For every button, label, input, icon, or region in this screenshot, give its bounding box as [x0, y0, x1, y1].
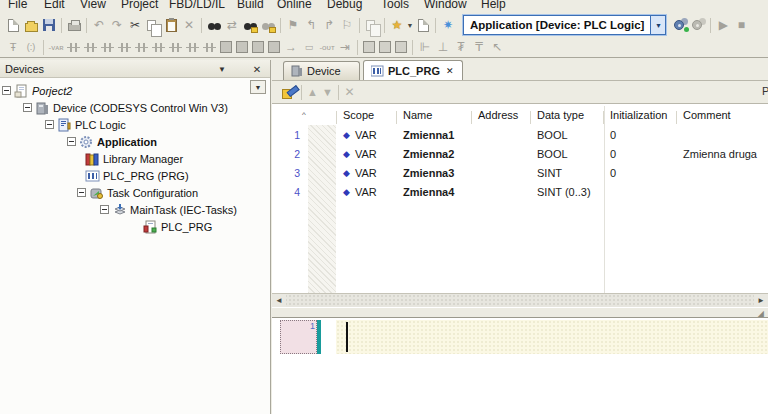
fbd-output-icon[interactable] [379, 41, 391, 53]
bookmark-next-icon[interactable]: ↱ [321, 17, 337, 33]
fbd-branch-tool-icon[interactable]: ↖ [489, 39, 505, 55]
active-application-combo[interactable]: Application [Device: PLC Logic] ▼ [463, 15, 666, 35]
ld-rising-edge-icon[interactable] [203, 41, 216, 54]
ld-coil-icon[interactable]: -ᴠᴀʀ [48, 39, 64, 55]
cell-datatype[interactable]: SINT (0..3) [530, 186, 603, 198]
column-header-scope[interactable]: Scope [336, 109, 396, 121]
cell-name[interactable]: Zmienna3 [396, 167, 471, 179]
find-in-files-icon[interactable] [242, 17, 258, 33]
declaration-row[interactable]: 3 ◆VAR Zmienna3 SINT 0 [272, 163, 768, 182]
print-icon[interactable] [66, 17, 82, 33]
column-header-initialization[interactable]: Initialization [603, 109, 676, 121]
collapse-icon[interactable] [23, 103, 32, 112]
cell-name[interactable]: Zmienna2 [396, 148, 471, 160]
menu-debug[interactable]: Debug [327, 0, 362, 11]
column-header-datatype[interactable]: Data type [530, 109, 603, 121]
tree-item-library-manager[interactable]: Library Manager [0, 150, 183, 167]
cell-name[interactable]: Zmienna1 [396, 129, 471, 141]
tab-plc-prg[interactable]: PLC_PRG ✕ [363, 60, 463, 80]
tree-dropdown-icon[interactable]: ▼ [250, 80, 266, 94]
collapse-icon[interactable] [100, 205, 109, 214]
ld-network-icon[interactable]: Ŧ [5, 39, 21, 55]
copy-icon[interactable] [145, 17, 161, 33]
bookmark-toggle-icon[interactable]: ⚑ [285, 17, 301, 33]
menu-fbdldil[interactable]: FBD/LD/IL [169, 0, 225, 11]
network-margin[interactable]: 1 [280, 320, 317, 354]
fbd-empty-box-en-icon[interactable] [268, 41, 280, 53]
tab-close-icon[interactable]: ✕ [446, 66, 454, 76]
save-icon[interactable] [41, 17, 57, 33]
menu-edit[interactable]: Edit [44, 0, 65, 11]
fbd-empty-box-icon[interactable] [252, 41, 264, 53]
ld-branch-down-icon[interactable] [186, 41, 199, 54]
tab-device[interactable]: Device [283, 61, 360, 80]
tree-item-application[interactable]: Application [0, 133, 157, 150]
tree-item-project[interactable]: Porject2 [0, 82, 72, 99]
fbd-return-icon[interactable]: -ᴏᴜᴛ [319, 39, 335, 55]
row-number[interactable]: 3 [272, 167, 306, 179]
tree-item-maintask-plc-prg[interactable]: PLC_PRG [0, 218, 212, 235]
new-device-caret-icon[interactable]: ▼ [406, 17, 414, 33]
logout-icon[interactable] [690, 17, 706, 33]
horizontal-scrollbar[interactable]: ◄ ► [272, 293, 768, 307]
cell-datatype[interactable]: BOOL [530, 129, 603, 141]
fbd-box-icon[interactable] [220, 41, 232, 53]
replace-icon[interactable]: ⇄ [224, 17, 240, 33]
fbd-box-en-icon[interactable] [236, 41, 248, 53]
ld-coil-set-icon[interactable] [135, 41, 148, 54]
fbd-set-reset-icon[interactable]: ₮ [453, 39, 469, 55]
ld-contact-negated-icon[interactable] [84, 41, 97, 54]
combo-dropdown-icon[interactable]: ▼ [650, 16, 665, 34]
column-header-address[interactable]: Address [471, 109, 530, 121]
redo-icon[interactable]: ↷ [109, 17, 125, 33]
fbd-update-icon[interactable]: ₸ [471, 39, 487, 55]
scroll-right-icon[interactable]: ► [754, 294, 768, 307]
declaration-row[interactable]: 1 ◆VAR Zmienna1 BOOL 0 [272, 125, 768, 144]
cut-icon[interactable]: ✂ [127, 17, 143, 33]
tree-item-task-configuration[interactable]: Task Configuration [0, 184, 198, 201]
move-down-icon[interactable]: ▼ [320, 85, 335, 100]
start-icon[interactable]: ▶ [715, 17, 731, 33]
delete-icon[interactable]: ✕ [181, 17, 197, 33]
scroll-left-icon[interactable]: ◄ [272, 294, 286, 307]
ld-contact-serial-icon[interactable] [118, 41, 131, 54]
cell-scope[interactable]: ◆VAR [336, 167, 396, 179]
tree-item-plc-prg[interactable]: PLC_PRG (PRG) [0, 167, 189, 184]
cell-datatype[interactable]: BOOL [530, 148, 603, 160]
find-icon[interactable] [206, 17, 222, 33]
new-file-icon[interactable] [5, 17, 21, 33]
panel-menu-icon[interactable]: ▼ [215, 63, 229, 75]
delete-row-icon[interactable]: ✕ [342, 85, 357, 100]
row-number[interactable]: 1 [272, 129, 306, 141]
tree-item-device[interactable]: Device (CODESYS Control Win V3) [0, 99, 228, 116]
fbd-label-icon[interactable]: ▭ [301, 39, 317, 55]
ld-contact-parallel-icon[interactable] [101, 41, 114, 54]
menu-build[interactable]: Build [237, 0, 264, 11]
row-number[interactable]: 2 [272, 148, 306, 160]
undo-icon[interactable]: ↶ [91, 17, 107, 33]
row-number[interactable]: 4 [272, 186, 306, 198]
collapse-icon[interactable] [77, 188, 86, 197]
fbd-assign-icon[interactable]: ⇥ [337, 39, 353, 55]
fbd-inout-icon[interactable] [395, 41, 407, 53]
panel-close-icon[interactable]: ✕ [250, 63, 264, 75]
menu-view[interactable]: View [80, 0, 106, 11]
ld-branch-icon[interactable] [169, 41, 182, 54]
tree-item-maintask[interactable]: MainTask (IEC-Tasks) [0, 201, 237, 218]
collapse-icon[interactable] [45, 120, 54, 129]
replace-in-files-icon[interactable] [260, 17, 276, 33]
stop-icon[interactable]: ■ [733, 17, 749, 33]
ld-coil-reset-icon[interactable] [152, 41, 165, 54]
ld-contact-icon[interactable] [67, 41, 80, 54]
declaration-implementation-splitter[interactable]: ◢ [272, 307, 768, 317]
login-icon[interactable] [672, 17, 688, 33]
declaration-row[interactable]: 4 ◆VAR Zmienna4 SINT (0..3) [272, 182, 768, 201]
network-canvas[interactable] [336, 320, 768, 354]
menu-window[interactable]: Window [424, 0, 467, 11]
cell-scope[interactable]: ◆VAR [336, 129, 396, 141]
collapse-icon[interactable] [67, 137, 76, 146]
fbd-jump-icon[interactable]: → [283, 39, 299, 55]
fbd-edge-icon[interactable]: ⊥ [435, 39, 451, 55]
cell-initialization[interactable]: 0 [603, 129, 676, 141]
add-pou-icon[interactable]: ✷ [440, 17, 456, 33]
